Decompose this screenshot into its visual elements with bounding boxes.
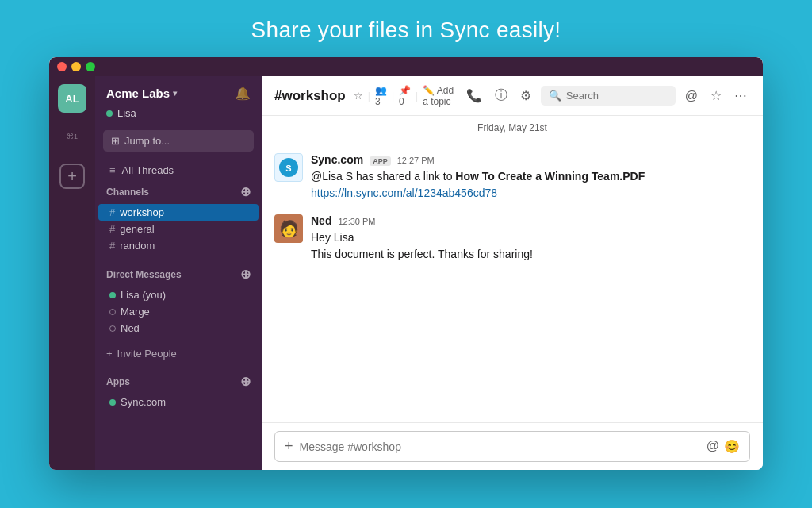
sidebar-header: Acme Labs ▾ 🔔 <box>95 76 262 107</box>
messages-area[interactable]: S Sync.com APP 12:27 PM @Lisa S has shar… <box>262 140 763 422</box>
message-time-ned: 12:30 PM <box>338 217 375 226</box>
message-ned-content: Ned 12:30 PM Hey Lisa This document is p… <box>311 214 750 263</box>
attach-file-button[interactable]: + <box>285 438 293 455</box>
app-badge: APP <box>370 156 391 166</box>
jump-to-button[interactable]: ⊞ Jump to... <box>103 130 254 152</box>
workspace-name[interactable]: Acme Labs ▾ <box>106 87 177 100</box>
input-icons: @ 😊 <box>707 439 740 454</box>
search-input[interactable] <box>566 90 661 102</box>
avatar-synccom: S <box>274 153 303 182</box>
add-dm-icon[interactable]: ⊕ <box>240 267 251 282</box>
message-input[interactable] <box>300 441 700 453</box>
channels-section: Channels ⊕ <box>95 179 262 204</box>
sidebar-item-all-threads[interactable]: ≡ All Threads <box>98 161 259 179</box>
status-dot-online <box>106 110 113 117</box>
hero-title: Share your files in Sync easily! <box>251 17 561 43</box>
maximize-button[interactable] <box>86 62 95 71</box>
apps-section: Apps ⊕ <box>95 369 262 394</box>
close-button[interactable] <box>57 62 67 71</box>
svg-text:S: S <box>285 164 291 173</box>
add-app-icon[interactable]: ⊕ <box>240 374 251 389</box>
chat-area: #workshop ☆ | 👥 3 | 📌 0 | ✏️ Add a topic… <box>262 76 763 470</box>
chat-header: #workshop ☆ | 👥 3 | 📌 0 | ✏️ Add a topic… <box>262 76 763 116</box>
plus-icon: + <box>106 348 113 360</box>
sender-name: Sync.com <box>311 153 363 166</box>
sidebar-item-ned[interactable]: Ned <box>98 320 259 337</box>
info-icon[interactable]: ⓘ <box>492 84 511 107</box>
threads-icon: ≡ <box>109 164 116 176</box>
minimize-button[interactable] <box>71 62 81 71</box>
sidebar-item-general[interactable]: # general <box>98 221 259 237</box>
settings-icon[interactable]: ⚙ <box>517 85 534 106</box>
call-icon[interactable]: 📞 <box>463 85 485 106</box>
more-options-icon[interactable]: ⋯ <box>731 85 750 106</box>
title-bar <box>49 57 763 76</box>
hash-icon: # <box>109 223 115 235</box>
app-body: AL ⌘1 + Acme Labs ▾ 🔔 Lisa ⊞ Jump to... <box>49 76 763 470</box>
shared-link[interactable]: https://ln.sync.com/al/1234ab456cd78 <box>311 187 497 199</box>
add-topic-button[interactable]: ✏️ Add a topic <box>423 85 455 107</box>
hash-icon: # <box>109 240 115 252</box>
at-input-icon[interactable]: @ <box>707 439 719 454</box>
message-header-synccom: Sync.com APP 12:27 PM <box>311 153 750 166</box>
add-channel-icon[interactable]: ⊕ <box>240 184 251 199</box>
dm-section-header[interactable]: Direct Messages ⊕ <box>106 267 251 282</box>
sidebar-item-synccom[interactable]: Sync.com <box>98 394 259 410</box>
workspace-chevron-icon: ▾ <box>173 89 177 98</box>
message-body-synccom: @Lisa S has shared a link to How To Crea… <box>311 168 750 202</box>
command-shortcut: ⌘1 <box>58 122 86 151</box>
avatar-ned: 🧑 <box>274 214 303 243</box>
sidebar: Acme Labs ▾ 🔔 Lisa ⊞ Jump to... ≡ All Th… <box>95 76 262 470</box>
message-synccom: S Sync.com APP 12:27 PM @Lisa S has shar… <box>274 153 750 202</box>
dm-section: Direct Messages ⊕ <box>95 262 262 287</box>
header-meta: ☆ | 👥 3 | 📌 0 | ✏️ Add a topic <box>354 85 455 107</box>
search-box: 🔍 <box>541 86 676 106</box>
search-icon: 🔍 <box>549 90 561 102</box>
app-window: AL ⌘1 + Acme Labs ▾ 🔔 Lisa ⊞ Jump to... <box>49 57 763 470</box>
bell-icon[interactable]: 🔔 <box>235 86 251 101</box>
ned-face: 🧑 <box>274 214 303 243</box>
message-header-ned: Ned 12:30 PM <box>311 214 750 227</box>
emoji-input-icon[interactable]: 😊 <box>724 439 740 454</box>
dm-status-offline <box>109 325 116 332</box>
dm-status-online <box>109 292 116 298</box>
sender-name-ned: Ned <box>311 214 331 227</box>
workspace-avatar[interactable]: AL <box>58 84 86 113</box>
date-divider: Friday, May 21st <box>274 116 750 140</box>
jump-to-icon: ⊞ <box>111 135 120 147</box>
channel-name: #workshop <box>274 88 346 104</box>
sidebar-item-random[interactable]: # random <box>98 237 259 254</box>
message-ned: 🧑 Ned 12:30 PM Hey Lisa This document is… <box>274 214 750 263</box>
sidebar-user: Lisa <box>95 107 262 127</box>
sidebar-item-marge[interactable]: Marge <box>98 303 259 320</box>
message-input-box: + @ 😊 <box>274 431 750 462</box>
message-synccom-content: Sync.com APP 12:27 PM @Lisa S has shared… <box>311 153 750 202</box>
invite-people-button[interactable]: + Invite People <box>95 343 262 364</box>
message-input-area: + @ 😊 <box>262 422 763 470</box>
star-channel-icon[interactable]: ☆ <box>354 90 363 102</box>
sidebar-item-workshop[interactable]: # workshop <box>98 204 259 221</box>
star-header-icon[interactable]: ☆ <box>707 85 725 106</box>
at-icon[interactable]: @ <box>682 86 701 106</box>
traffic-lights <box>57 62 95 71</box>
header-icons: 📞 ⓘ ⚙ 🔍 @ ☆ ⋯ <box>463 84 750 107</box>
sidebar-item-lisa[interactable]: Lisa (you) <box>98 287 259 303</box>
hash-icon: # <box>109 206 115 218</box>
message-time: 12:27 PM <box>397 156 435 165</box>
app-status-dot <box>109 399 116 406</box>
add-workspace-button[interactable]: + <box>59 164 85 189</box>
icon-bar: AL ⌘1 + <box>49 76 95 470</box>
apps-section-header[interactable]: Apps ⊕ <box>106 374 251 389</box>
channels-section-header[interactable]: Channels ⊕ <box>106 184 251 199</box>
message-body-ned: Hey Lisa This document is perfect. Thank… <box>311 229 750 263</box>
dm-status-offline <box>109 309 116 315</box>
